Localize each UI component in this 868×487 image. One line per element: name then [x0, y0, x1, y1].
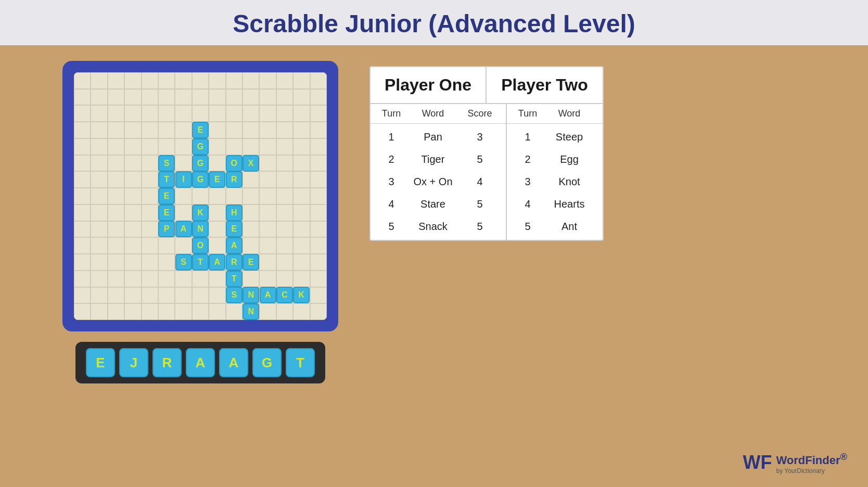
board-tile: O [226, 155, 242, 172]
grid-cell [276, 221, 293, 238]
grid-cell [209, 204, 225, 221]
grid-cell [209, 303, 225, 320]
grid-cell [142, 271, 158, 287]
turn-num: 4 [376, 198, 407, 210]
grid-cell [259, 155, 276, 172]
grid-cell [74, 122, 91, 138]
grid-cell [293, 89, 310, 106]
rack-tile[interactable]: E [86, 348, 115, 377]
grid-cell [259, 271, 276, 287]
grid-cell [74, 188, 91, 204]
board-tile: R [226, 171, 242, 188]
board-tile: T [192, 254, 209, 271]
grid-cell [310, 89, 327, 106]
grid-cell [74, 254, 91, 271]
grid-cell [310, 105, 327, 122]
grid-cell [209, 188, 225, 204]
word: Knot [543, 176, 595, 188]
grid-cell [259, 303, 276, 320]
grid-cell [175, 271, 192, 287]
grid-cell [293, 221, 310, 238]
grid-cell [175, 237, 192, 254]
board-tile: A [260, 287, 276, 303]
board-tile: N [242, 303, 259, 320]
grid-cell [276, 72, 293, 89]
grid-cell [108, 303, 124, 320]
grid-cell [310, 221, 327, 238]
grid-cell [142, 287, 158, 304]
grid-cell [108, 105, 124, 122]
p2-col-turn: Turn [512, 108, 543, 119]
score: 5 [459, 198, 501, 210]
score-row: 3Ox + On4 [376, 171, 501, 193]
rack-tile[interactable]: T [286, 348, 315, 377]
wordfinder-logo: WF WordFinder® by YourDictionary [743, 451, 847, 475]
grid-cell [91, 138, 107, 155]
turn-num: 1 [512, 131, 543, 143]
rack-tile[interactable]: G [252, 348, 282, 377]
grid-cell [142, 155, 158, 172]
grid-cell [91, 122, 107, 138]
grid-cell [259, 237, 276, 254]
grid-cell [108, 287, 124, 304]
scoreboard-header: Player One Player Two [371, 67, 603, 104]
rack-tile[interactable]: J [119, 348, 148, 377]
grid-cell [74, 89, 91, 106]
turn-num: 1 [376, 131, 407, 143]
word: Pan [407, 131, 459, 143]
board-tile: A [209, 254, 225, 271]
grid-cell [124, 188, 141, 204]
grid-cell [175, 155, 192, 172]
grid-cell [108, 72, 124, 89]
score: 5 [595, 131, 604, 143]
board-tile: E [192, 122, 209, 138]
grid-cell [276, 171, 293, 188]
rack-tile[interactable]: A [219, 348, 248, 377]
grid-cell [242, 204, 259, 221]
score-row: 4Stare5 [376, 193, 501, 215]
grid-cell [91, 287, 107, 304]
board-tile: A [226, 237, 242, 254]
grid-cell [259, 138, 276, 155]
score-row: 3Knot4 [512, 171, 604, 193]
grid-cell [91, 72, 107, 89]
grid-cell [310, 237, 327, 254]
board-tile: E [242, 254, 259, 271]
word: Egg [543, 153, 595, 165]
rack-tile[interactable]: A [186, 348, 215, 377]
grid-cell [158, 237, 175, 254]
grid-cell [242, 237, 259, 254]
grid-cell [276, 122, 293, 138]
rack-tile[interactable]: R [152, 348, 182, 377]
grid-cell [310, 204, 327, 221]
grid-cell [293, 204, 310, 221]
grid-cell [175, 72, 192, 89]
grid-cell [276, 271, 293, 287]
grid-cell [310, 155, 327, 172]
scoreboard: Player One Player Two Turn Word Score Tu… [369, 66, 604, 241]
grid-cell [91, 89, 107, 106]
grid-cell [293, 72, 310, 89]
board-tile: X [242, 155, 259, 172]
grid-cell [192, 271, 209, 287]
word: Ant [543, 221, 595, 233]
grid-cell [310, 303, 327, 320]
grid-cell [310, 138, 327, 155]
grid-cell [293, 303, 310, 320]
grid-cell [124, 122, 141, 138]
score: 4 [459, 176, 501, 188]
turn-num: 4 [512, 198, 543, 210]
grid-cell [259, 171, 276, 188]
score-row: 5Snack5 [376, 215, 501, 238]
grid-cell [310, 188, 327, 204]
board-inner: EGSGOXTIGEREEKHPANEOASTARETSNACKNT [74, 72, 327, 320]
wordfinder-sub: by YourDictionary [776, 467, 847, 475]
grid-cell [293, 254, 310, 271]
grid-cell [142, 122, 158, 138]
grid-cell [293, 237, 310, 254]
grid-cell [293, 188, 310, 204]
grid-cell [158, 105, 175, 122]
score-row: 1Steep5 [512, 126, 604, 148]
grid-cell [91, 204, 107, 221]
board-grid [74, 72, 327, 320]
